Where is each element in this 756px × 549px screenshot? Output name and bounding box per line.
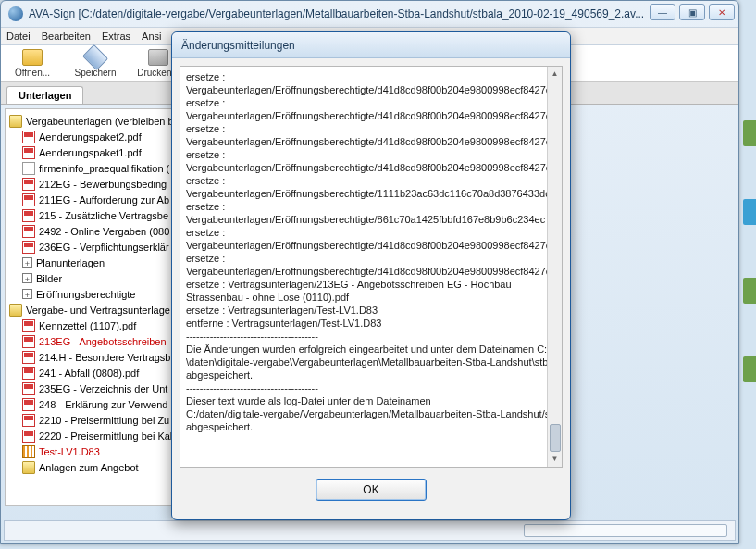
folder-icon bbox=[22, 461, 35, 474]
open-folder-icon bbox=[22, 49, 43, 66]
dialog-line: Vergabeunterlagen/Eröffnungsberechtigte/… bbox=[186, 135, 556, 148]
ok-button[interactable]: OK bbox=[316, 479, 427, 501]
print-icon bbox=[148, 49, 168, 66]
dialog-line: Vergabeunterlagen/Eröffnungsberechtigte/… bbox=[186, 239, 556, 252]
pdf-icon bbox=[22, 414, 35, 427]
plus-icon: + bbox=[22, 289, 32, 299]
window-title: AVA-Sign [C:/daten/digitale-vergabe/Verg… bbox=[29, 7, 644, 20]
plus-icon: + bbox=[22, 257, 32, 268]
tree-item-label: 2220 - Preisermittlung bei Kal bbox=[39, 430, 172, 442]
dialog-line: ersetze : bbox=[186, 122, 556, 135]
dialog-line: ersetze : bbox=[186, 148, 556, 161]
close-button[interactable]: ✕ bbox=[709, 4, 735, 20]
tree-item-label: 213EG - Angebotsschreiben bbox=[39, 336, 167, 347]
pdf-icon bbox=[22, 430, 35, 443]
dialog-line: Die Änderungen wurden erfolgreich eingea… bbox=[186, 343, 556, 356]
scroll-up-icon[interactable]: ▲ bbox=[548, 67, 562, 81]
app-icon bbox=[8, 6, 23, 21]
tree-item-label: 2210 - Preisermittlung bei Zu bbox=[39, 415, 169, 426]
tab-unterlagen[interactable]: Unterlagen bbox=[6, 86, 83, 104]
maximize-button[interactable]: ▣ bbox=[679, 4, 705, 20]
tree-item-label: 241 - Abfall (0808).pdf bbox=[39, 368, 139, 379]
tree-item-label: 215 - Zusätzliche Vertragsbe bbox=[39, 210, 168, 221]
dialog-line: ersetze : bbox=[186, 226, 556, 239]
pdf-icon bbox=[22, 382, 35, 395]
tree-item-label: Planunterlagen bbox=[36, 257, 105, 268]
dialog-line: Vergabeunterlagen/Eröffnungsberechtigte/… bbox=[186, 161, 556, 174]
tree-item-label: 235EG - Verzeichnis der Unt bbox=[39, 383, 167, 394]
menu-extras[interactable]: Extras bbox=[102, 31, 130, 42]
pdf-icon bbox=[22, 335, 35, 348]
scroll-down-icon[interactable]: ▼ bbox=[548, 452, 562, 467]
dialog-line: ersetze : bbox=[186, 174, 556, 187]
pdf-icon bbox=[22, 209, 35, 222]
tree-item-label: 236EG - Verpflichtungserklär bbox=[39, 242, 169, 253]
dialog-line: ersetze : bbox=[186, 70, 556, 83]
menu-ansicht[interactable]: Ansi bbox=[142, 31, 161, 42]
tree-item-label: 2492 - Online Vergaben (080 bbox=[39, 226, 169, 237]
pdf-icon bbox=[22, 367, 35, 380]
progressbar bbox=[524, 524, 727, 537]
tree-item-label: 212EG - Bewerbungsbeding bbox=[39, 179, 167, 190]
open-label: Öffnen... bbox=[15, 68, 50, 78]
save-icon bbox=[82, 44, 108, 70]
plus-icon: + bbox=[22, 273, 32, 283]
dialog-line: --------------------------------------- bbox=[186, 330, 556, 343]
dialog-line: C:/daten/digitale-vergabe/Vergabeunterla… bbox=[186, 407, 556, 420]
dialog-line: ersetze : Vertragsunterlagen/213EG - Ang… bbox=[186, 278, 556, 291]
pdf-icon bbox=[22, 319, 35, 332]
tree-item-label: firmeninfo_praequalifikation ( bbox=[39, 163, 169, 174]
dialog-line: Vergabeunterlagen/Eröffnungsberechtigte/… bbox=[186, 109, 556, 122]
tree-item-label: 214.H - Besondere Vertragsb bbox=[39, 352, 170, 363]
dialog-line: \daten\digitale-vergabe\Vergabeunterlage… bbox=[186, 356, 556, 368]
tree-item-label: Aenderungspaket2.pdf bbox=[39, 131, 142, 143]
dialog-line: abgespeichert. bbox=[186, 368, 556, 381]
tree-item-label: Test-LV1.D83 bbox=[39, 446, 100, 457]
tree-item-label: Vergabeunterlagen (verbleiben be bbox=[26, 116, 180, 127]
txt-icon bbox=[22, 162, 35, 175]
dialog-line: entferne : Vertragsunterlagen/Test-LV1.D… bbox=[186, 317, 556, 330]
dialog-line: abgespeichert. bbox=[186, 420, 556, 433]
dialog-line: Vergabeunterlagen/Eröffnungsberechtigte/… bbox=[186, 213, 556, 226]
dialog-line: ersetze : Vertragsunterlagen/Test-LV1.D8… bbox=[186, 304, 556, 317]
save-button[interactable]: Speichern bbox=[71, 49, 119, 78]
tree-item-label: Vergabe- und Vertragsunterlage bbox=[26, 305, 170, 316]
open-button[interactable]: Öffnen... bbox=[8, 49, 56, 78]
dialog-titlebar[interactable]: Änderungsmitteilungen bbox=[172, 32, 570, 58]
pdf-icon bbox=[22, 193, 35, 206]
scroll-thumb[interactable] bbox=[550, 424, 561, 452]
tree-item-label: 211EG - Aufforderung zur Ab bbox=[39, 194, 169, 206]
folder-icon bbox=[9, 115, 22, 128]
folder-icon bbox=[9, 304, 22, 317]
pdf-icon bbox=[22, 351, 35, 364]
tree-item-label: Aenderungspaket1.pdf bbox=[39, 147, 142, 158]
minimize-button[interactable]: — bbox=[650, 4, 675, 20]
menu-bearbeiten[interactable]: Bearbeiten bbox=[42, 31, 91, 42]
pdf-icon bbox=[22, 398, 35, 411]
dialog-line: Vergabeunterlagen/Eröffnungsberechtigte/… bbox=[186, 187, 556, 200]
tree-item-label: 248 - Erklärung zur Verwend bbox=[39, 399, 167, 410]
tree-item-label: Anlagen zum Angebot bbox=[39, 462, 139, 473]
pdf-icon bbox=[22, 241, 35, 254]
dialog-line: Vergabeunterlagen/Eröffnungsberechtigte/… bbox=[186, 265, 556, 278]
dialog-line: ersetze : bbox=[186, 200, 556, 213]
tree-item-label: Kennzettel (1107).pdf bbox=[39, 320, 136, 331]
dialog-line: ersetze : bbox=[186, 96, 556, 109]
dialog-title: Änderungsmitteilungen bbox=[181, 39, 295, 52]
statusbar bbox=[4, 520, 736, 541]
pdf-icon bbox=[22, 225, 35, 238]
pdf-icon bbox=[22, 131, 35, 143]
tree-item-label: Eröffnungsberechtigte bbox=[36, 289, 135, 300]
dialog-textarea[interactable]: ersetze :Vergabeunterlagen/Eröffnungsber… bbox=[180, 66, 563, 468]
special-icon bbox=[22, 445, 35, 458]
change-notifications-dialog: Änderungsmitteilungen ersetze :Vergabeun… bbox=[171, 31, 571, 520]
dialog-line: Dieser text wurde als log-Datei unter de… bbox=[186, 394, 556, 407]
scrollbar[interactable]: ▲ ▼ bbox=[547, 67, 562, 467]
dialog-line: Strassenbau - ohne Lose (0110).pdf bbox=[186, 291, 556, 304]
titlebar[interactable]: AVA-Sign [C:/daten/digitale-vergabe/Verg… bbox=[1, 1, 738, 27]
tree-item-label: Bilder bbox=[36, 273, 62, 284]
menu-datei[interactable]: Datei bbox=[6, 31, 31, 42]
dialog-line: --------------------------------------- bbox=[186, 381, 556, 394]
dialog-line: ersetze : bbox=[186, 252, 556, 265]
pdf-icon bbox=[22, 178, 35, 191]
